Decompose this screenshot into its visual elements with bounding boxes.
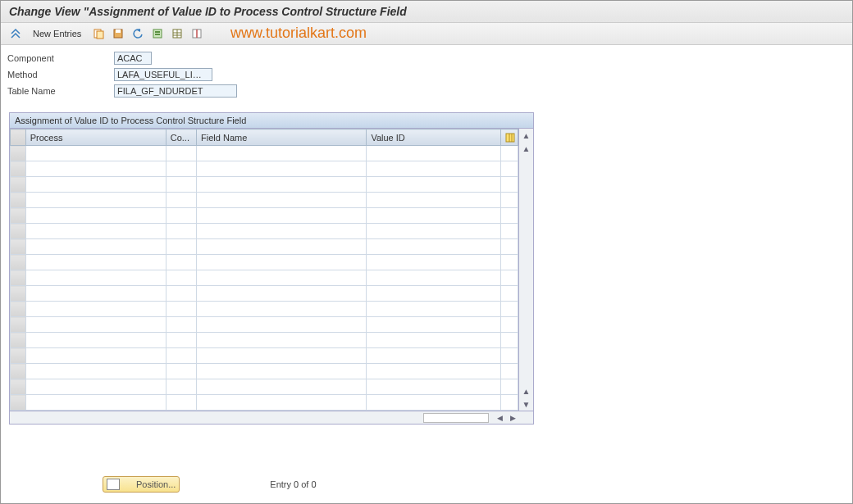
copy-icon[interactable] (90, 25, 107, 42)
cell[interactable] (166, 255, 196, 270)
col-value-id[interactable]: Value ID (367, 129, 501, 146)
cell[interactable] (367, 161, 501, 177)
table-row[interactable] (11, 239, 518, 255)
cell[interactable] (197, 208, 367, 224)
cell[interactable] (25, 255, 166, 270)
cell[interactable] (367, 286, 501, 302)
cell[interactable] (25, 224, 166, 239)
cell[interactable] (197, 379, 367, 395)
vertical-scrollbar[interactable]: ▲ ▲ ▲ ▼ (518, 129, 533, 411)
row-selector[interactable] (11, 239, 26, 255)
cell[interactable] (166, 302, 196, 317)
cell[interactable] (367, 333, 501, 348)
horizontal-scrollbar[interactable]: ◀ ▶ (10, 411, 533, 424)
cell[interactable] (367, 255, 501, 270)
scroll-up-icon[interactable]: ▲ (520, 129, 533, 142)
cell[interactable] (166, 286, 196, 302)
cell[interactable] (25, 239, 166, 255)
row-selector[interactable] (11, 379, 26, 395)
cell[interactable] (166, 239, 196, 255)
cell[interactable] (166, 395, 196, 411)
cell[interactable] (25, 161, 166, 177)
row-selector-header[interactable] (11, 129, 26, 146)
cell[interactable] (197, 302, 367, 317)
cell[interactable] (25, 348, 166, 364)
row-selector[interactable] (11, 146, 26, 161)
hscroll-track[interactable] (423, 413, 489, 423)
cell[interactable] (166, 348, 196, 364)
cell[interactable] (166, 333, 196, 348)
table-row[interactable] (11, 286, 518, 302)
cell[interactable] (166, 193, 196, 208)
cell[interactable] (367, 239, 501, 255)
row-selector[interactable] (11, 348, 26, 364)
save-icon[interactable] (110, 25, 126, 42)
col-field-name[interactable]: Field Name (197, 129, 367, 146)
cell[interactable] (166, 208, 196, 224)
cell[interactable] (197, 146, 367, 161)
row-selector[interactable] (11, 317, 26, 333)
delimit-icon[interactable] (189, 25, 205, 42)
scroll-up2-icon[interactable]: ▲ (520, 142, 533, 155)
table-row[interactable] (11, 161, 518, 177)
component-field[interactable] (114, 52, 152, 65)
table-row[interactable] (11, 177, 518, 193)
cell[interactable] (25, 208, 166, 224)
cell[interactable] (25, 193, 166, 208)
row-selector[interactable] (11, 193, 26, 208)
cell[interactable] (25, 302, 166, 317)
scroll-down2-icon[interactable]: ▲ (520, 384, 533, 397)
cell[interactable] (166, 379, 196, 395)
table-row[interactable] (11, 379, 518, 395)
cell[interactable] (25, 146, 166, 161)
cell[interactable] (197, 348, 367, 364)
cell[interactable] (166, 224, 196, 239)
scroll-left-icon[interactable]: ◀ (494, 412, 505, 424)
undo-icon[interactable] (130, 25, 146, 42)
cell[interactable] (367, 224, 501, 239)
table-row[interactable] (11, 302, 518, 317)
cell[interactable] (25, 379, 166, 395)
cell[interactable] (166, 177, 196, 193)
table-row[interactable] (11, 364, 518, 379)
table-row[interactable] (11, 270, 518, 286)
cell[interactable] (367, 348, 501, 364)
cell[interactable] (367, 364, 501, 379)
row-selector[interactable] (11, 161, 26, 177)
table-row[interactable] (11, 348, 518, 364)
cell[interactable] (197, 224, 367, 239)
col-process[interactable]: Process (25, 129, 166, 146)
cell[interactable] (197, 255, 367, 270)
cell[interactable] (25, 270, 166, 286)
row-selector[interactable] (11, 286, 26, 302)
cell[interactable] (197, 193, 367, 208)
cell[interactable] (367, 146, 501, 161)
table-row[interactable] (11, 193, 518, 208)
cell[interactable] (367, 317, 501, 333)
select-all-icon[interactable] (149, 25, 166, 42)
table-name-field[interactable] (114, 84, 237, 98)
position-button[interactable]: Position... (103, 476, 180, 493)
cell[interactable] (25, 364, 166, 379)
cell[interactable] (25, 333, 166, 348)
cell[interactable] (197, 239, 367, 255)
row-selector[interactable] (11, 302, 26, 317)
cell[interactable] (197, 364, 367, 379)
cell[interactable] (197, 177, 367, 193)
row-selector[interactable] (11, 395, 26, 411)
cell[interactable] (166, 270, 196, 286)
scroll-down-icon[interactable]: ▼ (520, 397, 533, 411)
cell[interactable] (166, 364, 196, 379)
row-selector[interactable] (11, 333, 26, 348)
table-row[interactable] (11, 255, 518, 270)
table-row[interactable] (11, 146, 518, 161)
col-co[interactable]: Co... (166, 129, 196, 146)
table-row[interactable] (11, 208, 518, 224)
cell[interactable] (367, 270, 501, 286)
cell[interactable] (166, 146, 196, 161)
cell[interactable] (367, 177, 501, 193)
cell[interactable] (166, 317, 196, 333)
configure-columns-icon[interactable] (501, 129, 518, 146)
cell[interactable] (367, 379, 501, 395)
cell[interactable] (367, 302, 501, 317)
